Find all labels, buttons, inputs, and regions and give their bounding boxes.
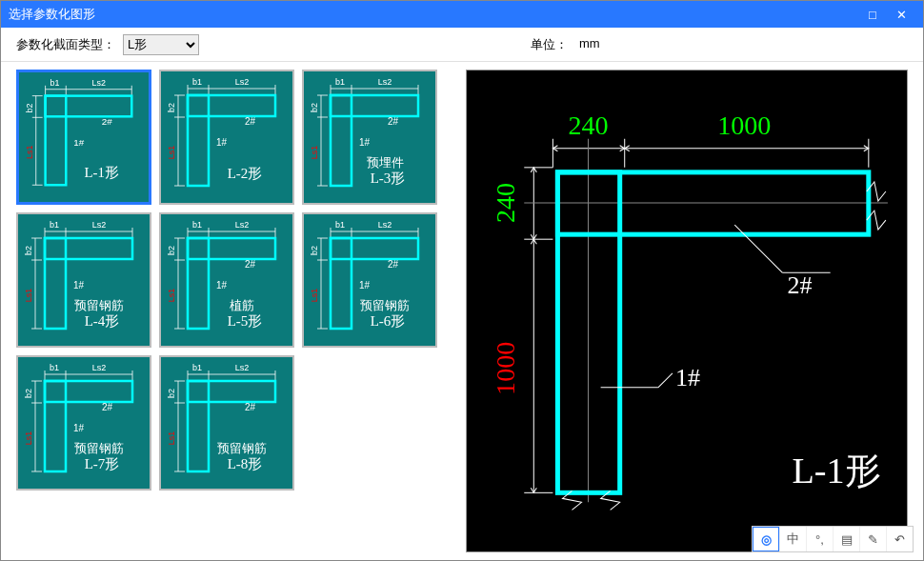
ime-btn-3[interactable]: °, (806, 527, 833, 551)
svg-rect-99 (331, 238, 418, 259)
svg-text:b2: b2 (25, 103, 34, 112)
svg-text:预留钢筋: 预留钢筋 (217, 441, 267, 455)
close-button[interactable]: ✕ (887, 1, 915, 28)
ime-toolbar: ◎ 中 °, ▤ ✎ ↶ (752, 526, 914, 552)
thumbnail-L-3[interactable]: b1 Ls2 b2 Ls1 1# 2# 预埋件 L-3形 (302, 70, 437, 205)
svg-text:Ls2: Ls2 (92, 363, 107, 372)
thumbnail-L-4[interactable]: b1 Ls2 b2 Ls1 1# 预留钢筋 L-4形 (16, 212, 151, 348)
dim-h1: 240 (568, 110, 608, 140)
ime-btn-4[interactable]: ▤ (833, 527, 859, 551)
svg-rect-46 (331, 95, 418, 116)
svg-line-156 (734, 225, 782, 272)
svg-rect-100 (331, 238, 352, 329)
dim-v2: 1000 (491, 342, 520, 395)
svg-rect-65 (45, 238, 66, 329)
svg-text:1#: 1# (73, 423, 85, 433)
svg-rect-13 (46, 96, 67, 186)
svg-text:L-6形: L-6形 (371, 313, 406, 329)
svg-text:2#: 2# (102, 116, 112, 127)
svg-text:L-1形: L-1形 (85, 165, 119, 180)
thumbnail-L-5[interactable]: b1 Ls2 b2 Ls1 1# 2# 植筋 L-5形 (159, 212, 294, 348)
section-type-label: 参数化截面类型： (16, 36, 115, 53)
dim-v1: 240 (491, 183, 520, 223)
section-type-select[interactable]: L形 (123, 34, 199, 55)
dim-h2: 1000 (717, 110, 771, 140)
close-icon: ✕ (896, 8, 907, 22)
svg-line-155 (658, 373, 673, 388)
svg-rect-12 (46, 96, 132, 117)
unit-label: 单位： (531, 36, 568, 53)
svg-text:b1: b1 (50, 220, 59, 230)
ime-btn-2[interactable]: 中 (779, 527, 806, 551)
thumbnail-L-1[interactable]: b1 Ls2 b2 Ls1 1# 2# L-1形 (16, 70, 151, 205)
thumbnail-L-7[interactable]: b1 Ls2 b2 Ls1 1# 2# 预留钢筋 L-7形 (16, 355, 151, 491)
svg-text:1#: 1# (73, 280, 85, 291)
svg-text:L-8形: L-8形 (228, 456, 263, 471)
svg-text:b1: b1 (192, 363, 202, 372)
svg-text:Ls2: Ls2 (235, 363, 250, 372)
svg-text:L-2形: L-2形 (228, 166, 263, 181)
svg-text:2#: 2# (102, 402, 113, 412)
svg-rect-82 (188, 238, 209, 329)
svg-text:b1: b1 (192, 77, 202, 87)
ime-btn-6[interactable]: ↶ (886, 527, 913, 551)
mark-1: 1# (675, 364, 700, 391)
svg-rect-117 (45, 381, 132, 402)
svg-rect-64 (45, 238, 132, 259)
svg-text:1#: 1# (216, 137, 228, 148)
preview-panel: 240 1000 240 1000 (466, 70, 908, 552)
svg-text:Ls2: Ls2 (92, 78, 106, 88)
svg-rect-136 (188, 381, 209, 471)
minimize-icon: □ (869, 8, 876, 22)
svg-text:植筋: 植筋 (230, 298, 254, 312)
preview-caption: L-1形 (792, 451, 880, 491)
svg-text:2#: 2# (245, 402, 256, 412)
svg-text:b1: b1 (192, 220, 202, 230)
svg-text:1#: 1# (216, 280, 228, 291)
svg-text:预留钢筋: 预留钢筋 (74, 441, 124, 455)
svg-text:Ls2: Ls2 (235, 77, 250, 87)
svg-text:Ls2: Ls2 (92, 220, 107, 230)
svg-text:b1: b1 (50, 363, 59, 372)
minimize-button[interactable]: □ (858, 1, 887, 28)
svg-text:b2: b2 (310, 246, 319, 255)
svg-rect-30 (188, 95, 209, 186)
svg-rect-135 (188, 381, 275, 402)
content-area: b1 Ls2 b2 Ls1 1# 2# L-1形 (1, 62, 923, 560)
svg-text:Ls1: Ls1 (167, 289, 176, 303)
svg-rect-47 (331, 95, 352, 186)
svg-text:b2: b2 (167, 103, 176, 112)
svg-text:2#: 2# (245, 259, 256, 270)
svg-text:Ls1: Ls1 (24, 431, 33, 446)
svg-text:b1: b1 (335, 220, 345, 230)
titlebar: 选择参数化图形 □ ✕ (1, 1, 923, 28)
svg-rect-29 (188, 95, 275, 116)
preview-drawing: 240 1000 240 1000 (467, 70, 907, 551)
svg-text:Ls1: Ls1 (310, 289, 319, 303)
svg-text:Ls1: Ls1 (310, 146, 319, 160)
svg-text:b2: b2 (24, 389, 33, 398)
svg-text:预埋件: 预埋件 (367, 155, 404, 170)
svg-text:Ls2: Ls2 (378, 220, 392, 230)
svg-text:2#: 2# (245, 116, 256, 127)
svg-text:2#: 2# (388, 259, 399, 270)
thumbnail-L-6[interactable]: b1 Ls2 b2 Ls1 1# 2# 预留钢筋 L-6形 (302, 212, 437, 348)
svg-text:Ls2: Ls2 (378, 77, 392, 87)
svg-text:b2: b2 (167, 246, 176, 255)
svg-text:预留钢筋: 预留钢筋 (74, 298, 124, 312)
svg-text:1#: 1# (73, 137, 84, 148)
svg-text:L-7形: L-7形 (85, 456, 120, 471)
svg-text:预留钢筋: 预留钢筋 (360, 298, 410, 312)
svg-text:1#: 1# (359, 280, 371, 291)
thumbnail-L-2[interactable]: b1 Ls2 b2 Ls1 1# 2# L-2形 (159, 70, 294, 205)
toolbar: 参数化截面类型： L形 单位： mm (1, 28, 923, 62)
svg-rect-81 (188, 238, 275, 259)
dialog-window: 选择参数化图形 □ ✕ 参数化截面类型： L形 单位： mm (0, 0, 924, 561)
ime-btn-1[interactable]: ◎ (753, 527, 779, 551)
thumbnail-L-8[interactable]: b1 Ls2 b2 Ls1 2# 预留钢筋 L-8形 (159, 355, 294, 491)
ime-btn-5[interactable]: ✎ (859, 527, 886, 551)
svg-text:b1: b1 (335, 77, 345, 87)
svg-text:1#: 1# (359, 137, 371, 148)
svg-text:Ls1: Ls1 (25, 146, 34, 159)
svg-text:b2: b2 (24, 246, 33, 255)
